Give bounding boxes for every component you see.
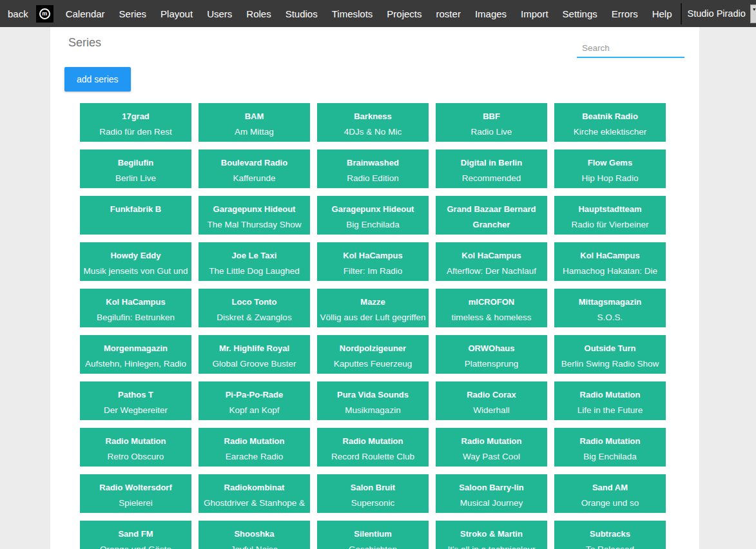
studio-select-arrow: ▼ <box>750 5 756 23</box>
series-card[interactable]: Nordpolzigeuner Kaputtes Feuerzeug <box>317 335 429 374</box>
series-card[interactable]: BBF Radio Live <box>436 103 547 142</box>
series-card-subtitle: S.O.S. <box>557 310 663 325</box>
series-card[interactable]: Joe Le Taxi The Little Dog Laughed <box>199 242 310 281</box>
series-card[interactable]: Radio Mutation Earache Radio <box>199 428 310 467</box>
series-card-subtitle: Plattensprung <box>438 356 545 372</box>
series-card-title: Salon Bruit <box>320 480 426 496</box>
menu-item-errors[interactable]: Errors <box>605 8 645 19</box>
series-card[interactable]: Mazze Völlig aus der Luft gegriffen <box>317 289 429 327</box>
series-card-subtitle: Der Wegbereiter <box>82 403 189 418</box>
series-card[interactable]: Kol HaCampus Filter: Im Radio <box>317 242 429 281</box>
series-card[interactable]: BAM Am Mittag <box>199 103 310 142</box>
series-card[interactable]: Salon Bruit Supersonic <box>317 474 429 513</box>
series-card[interactable]: Outside Turn Berlin Swing Radio Show <box>554 335 666 374</box>
series-card[interactable]: Flow Gems Hip Hop Radio <box>554 149 666 188</box>
series-card-title: Joe Le Taxi <box>201 248 307 264</box>
menu-item-projects[interactable]: Projects <box>380 8 429 19</box>
series-card[interactable]: Pathos T Der Wegbereiter <box>80 381 191 420</box>
series-card[interactable]: Howdy Eddy Musik jenseits von Gut und <box>80 242 191 281</box>
series-card-subtitle: Orange und so <box>557 496 663 511</box>
search-input[interactable] <box>577 39 684 58</box>
series-card-subtitle: timeless & homeless <box>438 310 545 325</box>
series-card-subtitle: Am Mittag <box>201 124 307 140</box>
menu-item-users[interactable]: Users <box>200 8 239 19</box>
series-card[interactable]: Brainwashed Radio Edition <box>317 149 429 188</box>
series-card[interactable]: Radio Woltersdorf Spielerei <box>80 474 191 513</box>
series-card[interactable]: Subtracks To Released <box>554 521 666 549</box>
series-grid: 17grad Radio für den Rest BAM Am Mittag … <box>80 103 666 549</box>
menu-item-timeslots[interactable]: Timeslots <box>325 8 380 19</box>
series-card-title: Radio Mutation <box>320 434 426 449</box>
series-card[interactable]: mICROFON timeless & homeless <box>436 289 547 327</box>
series-card-title: Radio Mutation <box>82 434 189 449</box>
series-card-title: Shooshka <box>201 526 307 542</box>
series-card[interactable]: Silentium Geschichten <box>317 521 429 549</box>
series-card[interactable]: Stroko & Martin It's all in a technicolo… <box>436 521 547 549</box>
series-card-subtitle: Begilufin: Betrunken <box>82 310 189 325</box>
series-card-subtitle: Kirche eklektischer <box>557 124 663 140</box>
series-card[interactable]: Sand AM Orange und so <box>554 474 666 513</box>
series-card[interactable]: Kol HaCampus Begilufin: Betrunken <box>80 289 191 327</box>
series-card[interactable]: Mr. Highlife Royal Global Groove Buster <box>199 335 310 374</box>
menu-item-images[interactable]: Images <box>468 8 514 19</box>
series-card[interactable]: Beatnik Radio Kirche eklektischer <box>554 103 666 142</box>
series-card[interactable]: Barkness 4DJs & No Mic <box>317 103 429 142</box>
series-card[interactable]: Digital in Berlin Recommended <box>436 149 547 188</box>
series-card[interactable]: Loco Tonto Diskret & Zwanglos <box>199 289 310 327</box>
series-card[interactable]: Mittagsmagazin S.O.S. <box>554 289 666 327</box>
series-card[interactable]: Funkfabrik B <box>80 196 191 235</box>
series-card[interactable]: Radiokombinat Ghostdriver & Stanhope & <box>199 474 310 513</box>
menu-item-roster[interactable]: roster <box>429 8 468 19</box>
series-card-subtitle: Afterflow: Der Nachlauf <box>438 264 545 279</box>
series-card-title: Digital in Berlin <box>438 155 545 171</box>
series-card-title: Brainwashed <box>320 155 426 171</box>
menu-item-roles[interactable]: Roles <box>239 8 278 19</box>
series-card[interactable]: Shooshka Joyful Noise <box>199 521 310 549</box>
series-card[interactable]: Radio Mutation Big Enchilada <box>554 428 666 467</box>
series-card-title: Barkness <box>320 109 426 124</box>
series-card-subtitle: Kopf an Kopf <box>201 403 307 418</box>
series-card-title: ORWOhaus <box>438 341 545 356</box>
series-card[interactable]: Begilufin Berlin Live <box>80 149 191 188</box>
series-card-title: Sand AM <box>557 480 663 496</box>
chevron-down-icon: ▼ <box>752 7 756 12</box>
series-card[interactable]: Radio Mutation Retro Obscuro <box>80 428 191 467</box>
menu-item-playout[interactable]: Playout <box>153 8 200 19</box>
series-card[interactable]: Radio Mutation Life in the Future <box>554 381 666 420</box>
series-card[interactable]: Kol HaCampus Hamachog Hakatan: Die <box>554 242 666 281</box>
series-card[interactable]: Sand FM Orange und Gäste <box>80 521 191 549</box>
series-card[interactable]: Radio Mutation Way Past Cool <box>436 428 547 467</box>
series-card[interactable]: Hauptstadtteam Radio für Vierbeiner <box>554 196 666 235</box>
series-card[interactable]: Kol HaCampus Afterflow: Der Nachlauf <box>436 242 547 281</box>
series-card-title: Kol HaCampus <box>557 248 663 264</box>
series-card-subtitle: Recommended <box>438 171 545 186</box>
series-card[interactable]: Garagepunx Hideout The Mal Thursday Show <box>199 196 310 235</box>
app-logo[interactable]: m <box>36 5 53 23</box>
series-card[interactable]: Radio Corax Widerhall <box>436 381 547 420</box>
menu-item-import[interactable]: Import <box>514 8 556 19</box>
menu-item-calendar[interactable]: Calendar <box>59 8 112 19</box>
menu-item-help[interactable]: Help <box>645 8 679 19</box>
series-card[interactable]: Radio Mutation Record Roulette Club <box>317 428 429 467</box>
series-card[interactable]: Garagepunx Hideout Big Enchilada <box>317 196 429 235</box>
series-card-title: Radio Corax <box>438 387 545 403</box>
back-button[interactable]: back <box>6 8 34 19</box>
menu-item-studios[interactable]: Studios <box>278 8 325 19</box>
studio-select[interactable]: Studio Piradio ▼ <box>681 3 756 24</box>
series-card-title: Boulevard Radio <box>201 155 307 171</box>
series-card[interactable]: Morgenmagazin Aufstehn, Hinlegen, Radio <box>80 335 191 374</box>
series-card[interactable]: Saloon Barry-lin Musical Journey <box>436 474 547 513</box>
series-card[interactable]: Grand Bazaar Bernard Grancher <box>436 196 547 235</box>
series-card[interactable]: Pura Vida Sounds Musikmagazin <box>317 381 429 420</box>
series-card-subtitle: Orange und Gäste <box>82 542 189 549</box>
series-card[interactable]: Boulevard Radio Kafferunde <box>199 149 310 188</box>
add-series-button[interactable]: add series <box>64 67 131 92</box>
series-card[interactable]: Pi-Pa-Po-Rade Kopf an Kopf <box>199 381 310 420</box>
main-menu: CalendarSeriesPlayoutUsersRolesStudiosTi… <box>59 8 679 19</box>
series-card[interactable]: 17grad Radio für den Rest <box>80 103 191 142</box>
series-card-subtitle: Aufstehn, Hinlegen, Radio <box>82 356 189 372</box>
series-card-title: Radio Woltersdorf <box>82 480 189 496</box>
series-card[interactable]: ORWOhaus Plattensprung <box>436 335 547 374</box>
menu-item-settings[interactable]: Settings <box>556 8 605 19</box>
menu-item-series[interactable]: Series <box>112 8 154 19</box>
